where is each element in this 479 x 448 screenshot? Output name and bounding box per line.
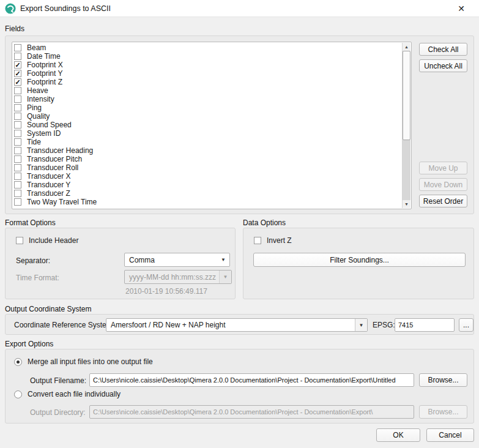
uncheck-all-button[interactable]: Uncheck All [419, 59, 467, 72]
fields-section-label: Fields [5, 24, 24, 33]
list-item[interactable]: Sound Speed [14, 121, 401, 129]
field-checkbox[interactable] [14, 164, 21, 171]
field-label: Intensity [27, 95, 54, 103]
field-checkbox[interactable] [14, 190, 21, 197]
title-bar: Export Soundings to ASCII ✕ [0, 0, 479, 17]
field-checkbox[interactable] [14, 104, 21, 111]
list-item[interactable]: ✓Footprint X [14, 61, 401, 69]
fields-list[interactable]: BeamDate Time✓Footprint X✓Footprint Y✓Fo… [12, 42, 412, 209]
field-label: Footprint X [27, 61, 63, 69]
list-item[interactable]: Intensity [14, 95, 401, 103]
field-label: Sound Speed [27, 121, 72, 129]
field-checkbox[interactable] [14, 198, 21, 206]
field-label: Footprint Z [27, 78, 62, 86]
list-item[interactable]: Ping [14, 103, 401, 112]
time-format-combobox[interactable]: yyyy-MM-dd hh:mm:ss.zzz ▼ [124, 270, 232, 284]
invert-z-row[interactable]: Invert Z [254, 236, 292, 245]
field-checkbox[interactable] [14, 155, 21, 163]
check-all-button[interactable]: Check All [419, 43, 467, 56]
field-label: Two Way Travel Time [27, 198, 97, 206]
output-coordinate-system-label: Output Coordinate System [5, 305, 91, 313]
field-checkbox[interactable] [14, 173, 21, 180]
field-label: Beam [27, 43, 46, 52]
epsg-input[interactable] [395, 318, 455, 332]
output-filename-input[interactable] [89, 373, 414, 387]
field-checkbox[interactable] [14, 181, 21, 189]
filter-soundings-button[interactable]: Filter Soundings... [253, 253, 466, 267]
field-checkbox[interactable] [14, 44, 21, 51]
merge-radio-row[interactable]: Merge all input files into one output fi… [14, 357, 153, 366]
field-label: Date Time [27, 52, 61, 61]
time-format-value: yyyy-MM-dd hh:mm:ss.zzz [125, 273, 219, 282]
format-options-group: Include Header Separator: Comma ▼ Time F… [5, 228, 236, 299]
scroll-down-icon[interactable]: ▼ [403, 200, 410, 208]
chevron-down-icon: ▼ [219, 271, 231, 283]
scrollbar-track[interactable] [403, 51, 410, 200]
ok-button[interactable]: OK [376, 428, 420, 442]
list-item[interactable]: System ID [14, 129, 401, 138]
merge-radio-label: Merge all input files into one output fi… [28, 357, 153, 366]
separator-combobox[interactable]: Comma ▼ [124, 253, 230, 267]
browse-filename-button[interactable]: Browse... [419, 373, 467, 387]
field-checkbox[interactable] [14, 138, 21, 146]
export-options-group: Merge all input files into one output fi… [5, 349, 474, 424]
fields-scrollbar[interactable]: ▲ ▼ [402, 43, 410, 208]
list-item[interactable]: Transducer X [14, 172, 401, 181]
crs-label: Coordinate Reference System: [14, 321, 114, 329]
scrollbar-thumb[interactable] [403, 51, 410, 140]
list-item[interactable]: Transducer Y [14, 181, 401, 189]
list-item[interactable]: Transducer Heading [14, 146, 401, 155]
output-filename-label: Output Filename: [30, 376, 86, 385]
list-item[interactable]: Two Way Travel Time [14, 198, 401, 206]
field-checkbox[interactable] [14, 147, 21, 154]
move-down-button[interactable]: Move Down [419, 178, 467, 191]
field-label: Transducer Roll [27, 163, 78, 172]
list-item[interactable]: ✓Footprint Y [14, 69, 401, 78]
output-directory-input[interactable] [89, 405, 414, 419]
list-item[interactable]: ✓Footprint Z [14, 78, 401, 86]
list-item[interactable]: Transducer Roll [14, 163, 401, 172]
merge-radio-button[interactable] [14, 358, 22, 366]
field-label: Tide [27, 138, 41, 146]
output-directory-label: Output Directory: [30, 408, 86, 417]
chevron-down-icon: ▼ [355, 319, 367, 331]
list-item[interactable]: Heave [14, 86, 401, 95]
field-checkbox[interactable]: ✓ [14, 70, 21, 77]
include-header-checkbox[interactable] [16, 237, 23, 244]
reset-order-button[interactable]: Reset Order [419, 195, 467, 207]
list-item[interactable]: Transducer Pitch [14, 155, 401, 163]
browse-directory-button[interactable]: Browse... [419, 405, 467, 419]
field-checkbox[interactable] [14, 95, 21, 103]
close-icon[interactable]: ✕ [455, 2, 468, 15]
include-header-row[interactable]: Include Header [16, 236, 78, 245]
field-checkbox[interactable]: ✓ [14, 78, 21, 86]
invert-z-checkbox[interactable] [254, 237, 261, 244]
fields-list-items: BeamDate Time✓Footprint X✓Footprint Y✓Fo… [14, 43, 401, 206]
field-checkbox[interactable] [14, 87, 21, 94]
list-item[interactable]: Beam [14, 43, 401, 52]
crs-combobox[interactable]: Amersfoort / RD New + NAP height ▼ [106, 318, 368, 332]
field-checkbox[interactable] [14, 121, 21, 129]
cancel-button[interactable]: Cancel [426, 428, 474, 442]
field-checkbox[interactable]: ✓ [14, 61, 21, 69]
convert-radio-button[interactable] [14, 390, 22, 398]
scroll-up-icon[interactable]: ▲ [403, 43, 410, 51]
field-checkbox[interactable] [14, 113, 21, 120]
invert-z-label: Invert Z [267, 236, 292, 245]
crs-more-button[interactable]: ... [459, 318, 473, 332]
field-label: Transducer Heading [27, 146, 93, 155]
chevron-down-icon: ▼ [217, 253, 229, 266]
list-item[interactable]: Quality [14, 112, 401, 121]
move-up-button[interactable]: Move Up [419, 162, 467, 174]
field-label: Transducer Pitch [27, 155, 82, 163]
field-checkbox[interactable] [14, 130, 21, 137]
field-checkbox[interactable] [14, 53, 21, 60]
list-item[interactable]: Tide [14, 138, 401, 146]
app-logo-icon [5, 3, 16, 14]
convert-radio-row[interactable]: Convert each file individually [14, 390, 121, 398]
field-label: System ID [27, 129, 61, 138]
field-label: Quality [27, 112, 50, 121]
list-item[interactable]: Transducer Z [14, 189, 401, 198]
window-title: Export Soundings to ASCII [20, 4, 111, 13]
list-item[interactable]: Date Time [14, 52, 401, 61]
